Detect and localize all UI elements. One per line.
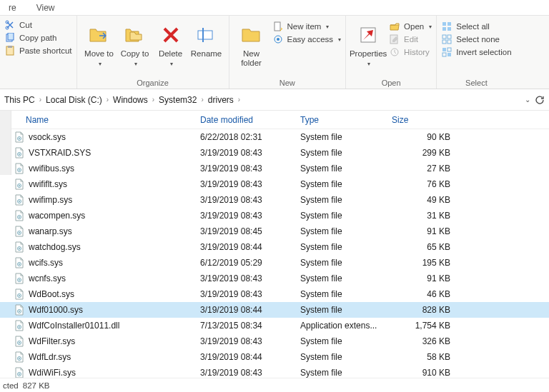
svg-rect-20 (442, 40, 446, 44)
file-row[interactable]: vsock.sys6/22/2018 02:31System file90 KB (0, 129, 549, 145)
file-date: 3/19/2019 08:43 (200, 164, 300, 174)
svg-rect-24 (442, 53, 446, 56)
easy-access-label: Easy access (287, 35, 334, 44)
file-icon (13, 131, 26, 143)
paste-shortcut-button[interactable]: Paste shortcut (4, 46, 72, 56)
file-row[interactable]: wanarp.sys3/19/2019 08:45System file91 K… (0, 223, 549, 239)
open-button[interactable]: Open ▾ (389, 21, 432, 31)
file-row[interactable]: wcifs.sys6/12/2019 05:29System file195 K… (0, 255, 549, 271)
file-row[interactable]: vwifimp.sys3/19/2019 08:43System file49 … (0, 192, 549, 208)
breadcrumb-segment[interactable]: System32 (159, 95, 197, 105)
file-size: 31 KB (392, 211, 450, 221)
file-date: 3/19/2019 08:43 (200, 148, 300, 158)
file-size: 195 KB (392, 258, 450, 268)
refresh-icon[interactable] (535, 95, 545, 105)
svg-point-45 (19, 279, 20, 281)
rename-button[interactable]: Rename (189, 19, 224, 59)
history-button[interactable]: History (389, 47, 432, 57)
new-folder-button[interactable]: New folder (234, 19, 269, 67)
svg-point-39 (19, 232, 20, 233)
file-size: 910 KB (392, 368, 450, 378)
chevron-down-icon: ▾ (99, 61, 102, 67)
svg-point-33 (19, 185, 20, 186)
move-to-icon (87, 23, 112, 47)
breadcrumb[interactable]: This PC›Local Disk (C:)›Windows›System32… (4, 95, 525, 105)
invert-selection-button[interactable]: Invert selection (441, 47, 511, 57)
tab-view[interactable]: View (34, 1, 58, 14)
file-row[interactable]: WdiWiFi.sys3/19/2019 08:43System file910… (0, 365, 549, 378)
properties-button[interactable]: Properties ▾ (350, 19, 386, 67)
file-row[interactable]: WdfLdr.sys3/19/2019 08:44System file58 K… (0, 349, 549, 365)
file-icon (13, 241, 26, 253)
file-icon (13, 179, 26, 190)
file-date: 3/19/2019 08:44 (200, 352, 300, 362)
file-date: 6/22/2018 02:31 (200, 132, 300, 142)
file-size: 299 KB (392, 148, 450, 158)
svg-rect-18 (442, 35, 446, 39)
file-list[interactable]: vsock.sys6/22/2018 02:31System file90 KB… (0, 129, 549, 378)
breadcrumb-segment[interactable]: This PC (4, 95, 35, 105)
col-size[interactable]: Size (392, 115, 450, 125)
invert-selection-icon (441, 47, 452, 57)
file-name: Wdf01000.sys (29, 305, 200, 315)
svg-point-35 (19, 201, 20, 202)
svg-point-57 (19, 373, 20, 375)
file-icon (13, 304, 26, 316)
svg-point-43 (19, 263, 20, 265)
file-type: System file (300, 242, 392, 252)
file-name: WdBoot.sys (29, 289, 200, 299)
breadcrumb-dropdown-icon[interactable]: ⌄ (525, 96, 530, 104)
file-icon (13, 351, 26, 363)
breadcrumb-segment[interactable]: Local Disk (C:) (46, 95, 102, 105)
cut-button[interactable]: Cut (4, 20, 72, 30)
svg-rect-6 (198, 31, 212, 39)
select-all-button[interactable]: Select all (441, 21, 511, 31)
delete-button[interactable]: Delete ▾ (153, 19, 189, 67)
file-size: 1,754 KB (392, 321, 450, 331)
breadcrumb-segment[interactable]: drivers (208, 95, 234, 105)
file-row[interactable]: wacompen.sys3/19/2019 08:43System file31… (0, 208, 549, 223)
file-row[interactable]: wcnfs.sys3/19/2019 08:43System file91 KB (0, 271, 549, 286)
chevron-down-icon: ▾ (367, 61, 370, 67)
open-icon (389, 21, 400, 31)
file-row[interactable]: vwifibus.sys3/19/2019 08:43System file27… (0, 161, 549, 176)
col-date[interactable]: Date modified (200, 115, 300, 125)
col-type[interactable]: Type (300, 115, 392, 125)
breadcrumb-segment[interactable]: Windows (113, 95, 148, 105)
file-date: 3/19/2019 08:43 (200, 195, 300, 205)
file-size: 828 KB (392, 305, 450, 315)
file-type: System file (300, 179, 392, 189)
edit-button[interactable]: Edit (389, 34, 432, 44)
file-row[interactable]: watchdog.sys3/19/2019 08:44System file65… (0, 239, 549, 255)
file-row[interactable]: VSTXRAID.SYS3/19/2019 08:43System file29… (0, 145, 549, 161)
select-none-button[interactable]: Select none (441, 34, 511, 44)
easy-access-button[interactable]: Easy access ▾ (272, 34, 342, 44)
move-to-button[interactable]: Move to ▾ (81, 19, 117, 67)
file-name: WdfCoInstaller01011.dll (29, 321, 200, 331)
group-organize-title: Organize (81, 79, 224, 87)
copy-path-button[interactable]: Copy path (4, 33, 72, 43)
svg-point-49 (19, 311, 20, 312)
status-bar: cted 827 KB (0, 378, 549, 392)
history-icon (389, 47, 400, 57)
svg-rect-22 (442, 48, 446, 51)
file-name: vsock.sys (29, 132, 200, 142)
file-row[interactable]: vwififlt.sys3/19/2019 08:43System file76… (0, 176, 549, 192)
col-name[interactable]: Name (13, 115, 200, 125)
file-row[interactable]: WdFilter.sys3/19/2019 08:43System file32… (0, 333, 549, 349)
svg-rect-17 (447, 27, 451, 31)
copy-to-button[interactable]: Copy to ▾ (117, 19, 153, 67)
file-type: System file (300, 258, 392, 268)
nav-pane-edge (0, 111, 11, 175)
file-date: 3/19/2019 08:44 (200, 305, 300, 315)
new-item-button[interactable]: New item ▾ (272, 21, 342, 31)
file-icon (13, 147, 26, 159)
tab-share[interactable]: re (6, 1, 19, 14)
file-row[interactable]: WdfCoInstaller01011.dll7/13/2015 08:34Ap… (0, 318, 549, 333)
move-to-label: Move to (84, 49, 114, 59)
file-row[interactable]: WdBoot.sys3/19/2019 08:43System file46 K… (0, 286, 549, 302)
file-type: System file (300, 164, 392, 174)
file-size: 90 KB (392, 132, 450, 142)
file-row[interactable]: Wdf01000.sys3/19/2019 08:44System file82… (0, 302, 549, 318)
copy-path-icon (4, 33, 16, 43)
